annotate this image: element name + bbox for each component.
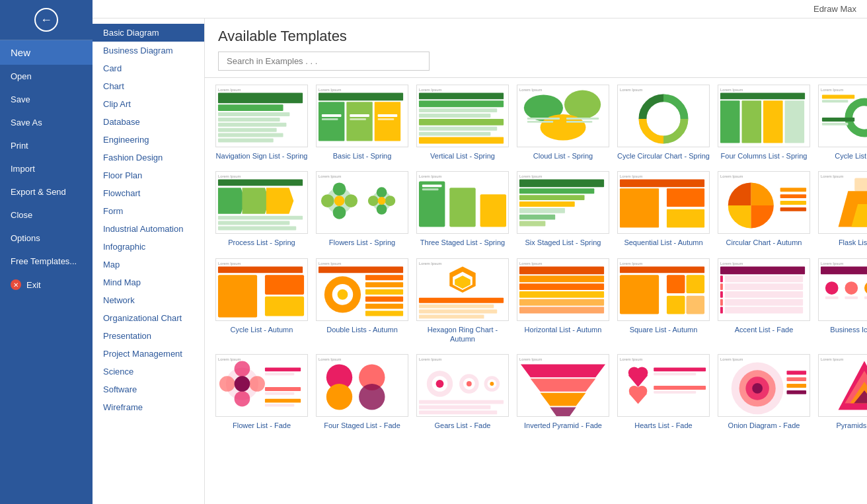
sidebar: ← New Open Save Save As Print Import Exp…: [0, 0, 93, 504]
search-input[interactable]: [218, 52, 430, 71]
sidebar-item-save-as[interactable]: Save As: [0, 111, 93, 134]
svg-rect-198: [265, 387, 301, 391]
svg-point-80: [334, 196, 345, 206]
svg-rect-15: [375, 102, 400, 141]
svg-rect-238: [654, 386, 706, 390]
category-industrial-automation[interactable]: Industrial Automation: [93, 220, 204, 238]
svg-rect-70: [218, 216, 303, 220]
template-header: Available Templates: [205, 18, 867, 78]
template-item[interactable]: Lorem Ipsum Onion Diagram - Fade: [718, 354, 810, 430]
sidebar-item-save[interactable]: Save: [0, 88, 93, 111]
category-software[interactable]: Software: [93, 380, 204, 398]
svg-rect-201: [265, 404, 294, 407]
template-item[interactable]: Lorem Ipsum Circular Chart - Autumn: [718, 171, 810, 247]
sidebar-item-close[interactable]: Close: [0, 203, 93, 227]
svg-rect-4: [218, 112, 289, 116]
category-fashion-design[interactable]: Fashion Design: [93, 149, 204, 166]
category-database[interactable]: Database: [93, 113, 204, 131]
category-map[interactable]: Map: [93, 256, 204, 273]
template-item[interactable]: Lorem Ipsum Hexagon Ring Chart - Autumn: [416, 258, 509, 344]
category-project-management[interactable]: Project Management: [93, 345, 204, 363]
template-item[interactable]: Lorem Ipsum Six Staged List - Spring: [517, 171, 609, 247]
content-area: Basic Diagram Business Diagram Card Char…: [93, 18, 867, 504]
template-item[interactable]: Lorem Ipsum Square List - Autumn: [617, 258, 710, 344]
svg-rect-61: [822, 100, 848, 102]
category-card[interactable]: Card: [93, 59, 204, 77]
svg-rect-150: [519, 266, 604, 274]
template-item[interactable]: Lorem Ipsum Cycle Circular Chart - Sprin…: [617, 85, 710, 161]
category-chart[interactable]: Chart: [93, 77, 204, 95]
template-item[interactable]: Lorem Ipsum Hearts List - Fade: [617, 354, 710, 430]
svg-point-218: [490, 382, 494, 386]
back-button[interactable]: ←: [0, 0, 93, 40]
sidebar-item-import[interactable]: Import: [0, 157, 93, 180]
sidebar-item-options[interactable]: Options: [0, 227, 93, 250]
template-item[interactable]: Lorem Ipsum Vertical List - Spring: [416, 85, 509, 161]
category-flowchart[interactable]: Flowchart: [93, 184, 204, 202]
category-organizational-chart[interactable]: Organizational Chart: [93, 309, 204, 327]
svg-rect-160: [667, 275, 685, 293]
template-item[interactable]: Lorem Ipsum Four Columns List - Spring: [718, 85, 810, 161]
svg-text:Lorem Ipsum: Lorem Ipsum: [319, 261, 342, 265]
category-floor-plan[interactable]: Floor Plan: [93, 166, 204, 184]
template-label: Sequential List - Autumn: [624, 238, 702, 247]
template-item[interactable]: Lorem Ipsum Flowers List - Spring: [316, 171, 408, 247]
category-clip-art[interactable]: Clip Art: [93, 95, 204, 113]
svg-rect-49: [741, 100, 761, 143]
svg-point-180: [825, 281, 839, 295]
category-wireframe[interactable]: Wireframe: [93, 398, 204, 416]
svg-rect-197: [265, 373, 294, 375]
svg-rect-89: [419, 182, 445, 227]
sidebar-item-new[interactable]: New: [0, 40, 93, 65]
template-item[interactable]: Lorem Ipsum Four Staged List - Fade: [316, 354, 408, 430]
svg-rect-170: [725, 283, 803, 290]
svg-point-212: [436, 380, 444, 388]
sidebar-item-open[interactable]: Open: [0, 65, 93, 88]
svg-text:Lorem Ipsum: Lorem Ipsum: [620, 261, 643, 265]
svg-rect-196: [265, 368, 301, 372]
svg-point-86: [378, 197, 386, 205]
template-item[interactable]: Lorem Ipsum Pyramids List - ...: [818, 354, 867, 430]
sidebar-item-print[interactable]: Print: [0, 134, 93, 157]
template-item[interactable]: Lorem Ipsum Basic List - Spring: [316, 85, 408, 161]
template-item[interactable]: Lorem Ipsum Double Lists - Autumn: [316, 258, 408, 344]
category-network[interactable]: Network: [93, 291, 204, 309]
svg-text:Lorem Ipsum: Lorem Ipsum: [519, 174, 543, 178]
template-item[interactable]: Lorem Ipsum Process List - Spring: [215, 171, 308, 247]
template-item[interactable]: Lorem Ipsum Cycle List - Spring: [818, 85, 867, 161]
template-label: Basic List - Spring: [333, 151, 392, 161]
template-item[interactable]: Lorem Ipsum Business Icon - Fade: [818, 258, 867, 344]
svg-rect-66: [218, 180, 303, 186]
category-presentation[interactable]: Presentation: [93, 327, 204, 345]
sidebar-item-free-templates[interactable]: Free Templates...: [0, 250, 93, 273]
svg-rect-176: [725, 306, 803, 313]
category-basic-diagram[interactable]: Basic Diagram: [93, 24, 204, 42]
template-item[interactable]: Lorem Ipsum Flask List - Au...: [818, 171, 867, 247]
category-infographic[interactable]: Infographic: [93, 238, 204, 256]
template-label: Onion Diagram - Fade: [728, 421, 800, 430]
category-business-diagram[interactable]: Business Diagram: [93, 42, 204, 59]
template-label: Horizontal List - Autumn: [525, 325, 602, 334]
template-item[interactable]: Lorem Ipsum Horizontal List - Autumn: [517, 258, 609, 344]
category-science[interactable]: Science: [93, 363, 204, 380]
sidebar-item-exit[interactable]: ✕ Exit: [0, 273, 93, 297]
sidebar-item-export-send[interactable]: Export & Send: [0, 180, 93, 203]
svg-text:Lorem Ipsum: Lorem Ipsum: [620, 174, 643, 178]
template-item[interactable]: Lorem Ipsum Flower List - Fade: [215, 354, 308, 430]
category-engineering[interactable]: Engineering: [93, 131, 204, 149]
template-label: Hearts List - Fade: [634, 421, 692, 430]
template-item[interactable]: Lorem Ipsum Sequential List - Autumn: [617, 171, 710, 247]
template-item[interactable]: Lorem Ipsum Navigation Sign List - Sprin…: [215, 85, 308, 161]
template-item[interactable]: Lorem Ipsum Cloud List - Spring: [517, 85, 609, 161]
svg-text:Lorem Ipsum: Lorem Ipsum: [218, 88, 241, 92]
category-form[interactable]: Form: [93, 202, 204, 220]
category-mind-map[interactable]: Mind Map: [93, 273, 204, 291]
template-item[interactable]: Lorem Ipsum Gears List - Fade: [416, 354, 509, 430]
template-item[interactable]: Lorem Ipsum Inverted Pyramid - Fade: [517, 354, 609, 430]
template-item[interactable]: Lorem Ipsum Cycle List - Autumn: [215, 258, 308, 344]
svg-rect-249: [787, 390, 807, 394]
template-item[interactable]: Lorem Ipsum Accent List - Fade: [718, 258, 810, 344]
template-label: Flowers List - Spring: [329, 238, 395, 247]
svg-text:Lorem Ipsum: Lorem Ipsum: [319, 174, 342, 178]
template-item[interactable]: Lorem Ipsum Three Staged List - Spring: [416, 171, 509, 247]
